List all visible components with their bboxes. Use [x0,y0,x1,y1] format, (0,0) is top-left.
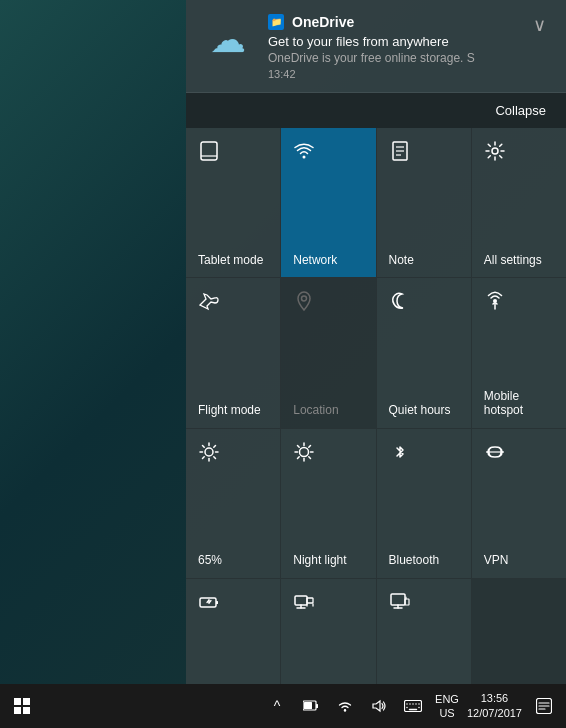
svg-rect-48 [23,707,30,714]
svg-rect-46 [23,698,30,705]
tile-tablet-mode[interactable]: Tablet mode [186,128,280,277]
collapse-button[interactable]: Collapse [491,101,550,120]
notification-app-icon: ☁ [202,14,254,66]
tile-mobile-hotspot-label: Mobilehotspot [484,389,523,418]
vpn-icon [484,441,506,469]
tile-network-label: Network [293,253,337,267]
onedrive-app-icon: 📁 [268,14,284,30]
notification-title: Get to your files from anywhere [268,34,515,49]
tile-bluetooth[interactable]: Bluetooth [377,429,471,578]
svg-line-17 [214,445,216,447]
notification-app-name: OneDrive [292,14,354,30]
tile-vpn-label: VPN [484,553,509,567]
tile-quiet-hours-label: Quiet hours [389,403,451,417]
svg-rect-0 [201,142,217,160]
battery-saver-icon [198,591,220,619]
notification-center-button[interactable] [530,692,558,720]
notification-card[interactable]: ☁ 📁 OneDrive Get to your files from anyw… [186,0,566,93]
tile-vpn[interactable]: VPN [472,429,566,578]
tile-all-settings-label: All settings [484,253,542,267]
start-button[interactable] [8,692,36,720]
svg-rect-45 [14,698,21,705]
keyboard-icon[interactable] [399,692,427,720]
tile-tablet-mode-label: Tablet mode [198,253,263,267]
svg-rect-51 [316,704,318,708]
tile-flight-mode-label: Flight mode [198,403,261,417]
tile-bluetooth-label: Bluetooth [389,553,440,567]
svg-point-19 [300,447,309,456]
svg-line-18 [203,456,205,458]
svg-rect-50 [304,702,312,709]
quiet-hours-icon [389,290,411,318]
svg-point-2 [303,156,306,159]
systray: ^ [263,692,427,720]
location-icon [293,290,315,318]
tile-note-label: Note [389,253,414,267]
tile-note[interactable]: Note [377,128,471,277]
tile-flight-mode[interactable]: Flight mode [186,278,280,427]
night-light-icon [293,441,315,469]
svg-line-27 [298,456,300,458]
chevron-up-icon[interactable]: ^ [263,692,291,720]
note-icon [389,140,411,168]
tile-brightness-label: 65% [198,553,222,567]
onedrive-cloud-icon: ☁ [210,19,246,61]
connect-icon [389,591,411,619]
svg-line-15 [203,445,205,447]
svg-point-10 [205,448,213,456]
quick-actions-grid: Tablet mode Network [186,128,566,728]
svg-point-52 [344,709,346,711]
tile-quiet-hours[interactable]: Quiet hours [377,278,471,427]
mobile-hotspot-icon [484,290,506,318]
svg-rect-47 [14,707,21,714]
svg-line-26 [309,445,311,447]
flight-mode-icon [198,290,220,318]
all-settings-icon [484,140,506,168]
svg-rect-30 [216,601,218,604]
svg-point-7 [492,148,498,154]
tablet-mode-icon [198,140,220,168]
network-icon [293,140,315,168]
tile-brightness[interactable]: 65% [186,429,280,578]
svg-rect-37 [307,598,313,603]
wifi-taskbar-icon[interactable] [331,692,359,720]
svg-rect-29 [200,598,216,607]
collapse-bar: Collapse [186,93,566,128]
tile-night-light[interactable]: Night light [281,429,375,578]
language-indicator[interactable]: ENG US [435,692,459,721]
taskbar-left [8,692,36,720]
volume-icon[interactable] [365,692,393,720]
svg-line-24 [298,445,300,447]
svg-line-16 [214,456,216,458]
notification-content: 📁 OneDrive Get to your files from anywhe… [268,14,515,80]
notification-body: OneDrive is your free online storage. S [268,51,515,65]
tile-mobile-hotspot[interactable]: Mobilehotspot [472,278,566,427]
tile-network[interactable]: Network [281,128,375,277]
tile-location-label: Location [293,403,338,417]
svg-point-8 [302,296,307,301]
battery-icon[interactable] [297,692,325,720]
svg-rect-34 [295,596,307,605]
taskbar: ^ [0,684,566,728]
notification-time: 13:42 [268,68,515,80]
notification-app-row: 📁 OneDrive [268,14,515,30]
notification-expand-button[interactable]: ∨ [529,14,550,36]
svg-line-25 [309,456,311,458]
bluetooth-icon [389,441,411,469]
action-center: ☁ 📁 OneDrive Get to your files from anyw… [186,0,566,728]
tile-night-light-label: Night light [293,553,346,567]
taskbar-right: ^ [263,691,558,722]
tile-location[interactable]: Location [281,278,375,427]
brightness-icon [198,441,220,469]
project-icon [293,591,315,619]
svg-rect-40 [391,594,405,605]
tile-all-settings[interactable]: All settings [472,128,566,277]
taskbar-clock[interactable]: 13:56 12/07/2017 [467,691,522,722]
